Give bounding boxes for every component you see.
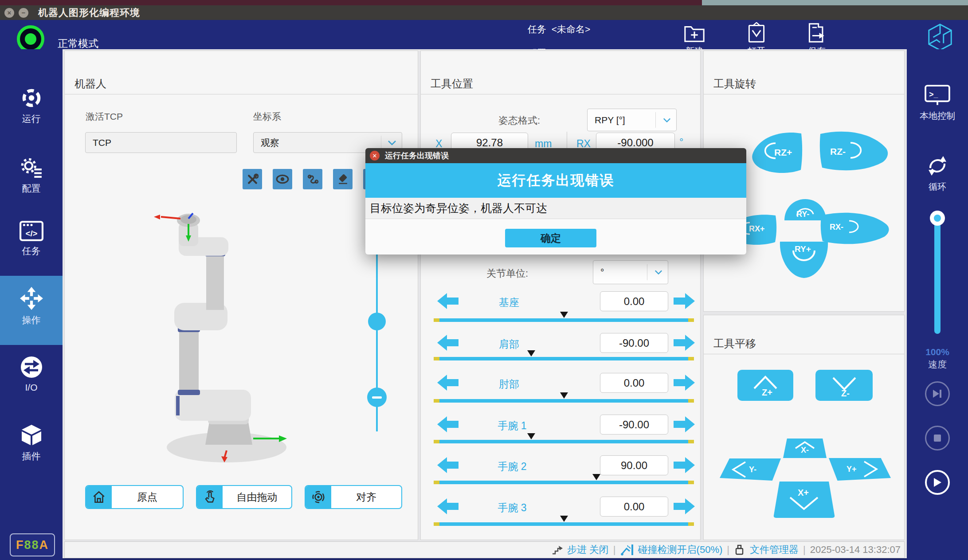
view-zoom-out-button[interactable] bbox=[367, 388, 387, 407]
sidebar-item-operate[interactable]: 操作 bbox=[0, 286, 63, 326]
active-tcp-input[interactable]: TCP bbox=[85, 132, 237, 153]
dialog-heading: 运行任务出现错误 bbox=[365, 163, 746, 198]
joint-left-arrow-button[interactable] bbox=[437, 497, 459, 515]
y-plus-button[interactable]: Y+ bbox=[829, 458, 891, 481]
joint-right-arrow-button[interactable] bbox=[674, 415, 695, 433]
joint-value-input[interactable]: -90.00 bbox=[600, 415, 668, 435]
io-sync-icon bbox=[20, 356, 43, 379]
sidebar-item-plugin[interactable]: 插件 bbox=[0, 423, 63, 462]
joint-slider[interactable] bbox=[434, 399, 694, 403]
joint-name: 手腕 2 bbox=[498, 460, 526, 474]
joint-right-arrow-button[interactable] bbox=[674, 374, 695, 392]
eye-icon bbox=[276, 174, 289, 184]
joint-right-arrow-button[interactable] bbox=[674, 334, 695, 352]
joint-value-input[interactable]: 0.00 bbox=[600, 373, 668, 393]
stop-icon bbox=[933, 434, 942, 443]
joint-slider[interactable] bbox=[434, 357, 694, 360]
z-minus-button[interactable]: Z- bbox=[815, 370, 873, 401]
dropdown-separator bbox=[655, 112, 656, 127]
slider-marker-icon bbox=[560, 312, 568, 318]
joint-right-arrow-button[interactable] bbox=[674, 497, 695, 515]
file-manager-link[interactable]: 文件管理器 bbox=[750, 543, 799, 556]
sidebar-item-task[interactable]: </> 任务 bbox=[0, 221, 63, 257]
loop-item[interactable]: 循环 bbox=[907, 154, 968, 193]
joint-value-input[interactable]: -90.00 bbox=[600, 333, 668, 353]
joint-right-arrow-button[interactable] bbox=[674, 292, 695, 310]
joint-left-arrow-button[interactable] bbox=[437, 456, 459, 474]
joint-left-arrow-button[interactable] bbox=[437, 374, 459, 392]
view-tools-button[interactable] bbox=[243, 169, 262, 189]
align-button[interactable]: 对齐 bbox=[305, 485, 402, 509]
joint-right-arrow-button[interactable] bbox=[674, 456, 695, 474]
slider-cap bbox=[434, 318, 439, 322]
speed-value: 100% bbox=[907, 347, 968, 357]
status-separator: | bbox=[803, 544, 806, 556]
minus-icon bbox=[372, 396, 382, 399]
code-window-icon: </> bbox=[20, 221, 43, 241]
view-zoom-slider-handle[interactable] bbox=[368, 313, 386, 330]
window-close-button[interactable]: × bbox=[4, 8, 14, 18]
joint-value-input[interactable]: 90.00 bbox=[600, 455, 668, 475]
joint-name: 基座 bbox=[499, 296, 519, 309]
speed-slider-track[interactable] bbox=[934, 218, 941, 334]
view-visibility-button[interactable] bbox=[273, 169, 292, 189]
robot-panel-header: 机器人 bbox=[65, 51, 418, 94]
step-mode-status[interactable]: 步进 关闭 bbox=[567, 543, 609, 556]
dialog-close-button[interactable]: ✕ bbox=[370, 151, 380, 161]
desktop-strip-right bbox=[702, 0, 968, 5]
sidebar-item-config[interactable]: 配置 bbox=[0, 157, 63, 195]
sidebar-item-io[interactable]: I/O bbox=[0, 356, 63, 393]
joint-slider[interactable] bbox=[434, 440, 694, 443]
dialog-ok-button[interactable]: 确定 bbox=[505, 229, 596, 247]
rz-minus-button[interactable]: RZ- bbox=[819, 130, 890, 172]
joint-slider[interactable] bbox=[434, 481, 694, 484]
joint-left-arrow-button[interactable] bbox=[437, 415, 459, 433]
file-manager-icon bbox=[734, 544, 745, 556]
collision-detect-status[interactable]: 碰撞检测开启(50%) bbox=[638, 543, 723, 556]
x-plus-button[interactable]: X+ bbox=[773, 482, 835, 518]
z-plus-button[interactable]: Z+ bbox=[737, 370, 793, 401]
rx-value: -90.000 bbox=[617, 137, 653, 149]
ry-plus-button[interactable]: RY+ bbox=[778, 240, 830, 279]
joint-value: -90.00 bbox=[619, 419, 649, 431]
free-drag-button[interactable]: 自由拖动 bbox=[196, 485, 292, 509]
sidebar-item-run[interactable]: 运行 bbox=[0, 87, 63, 125]
slider-cap bbox=[434, 481, 439, 484]
joint-slider[interactable] bbox=[434, 318, 694, 322]
save-icon bbox=[806, 22, 827, 43]
joint-left-arrow-button[interactable] bbox=[437, 334, 459, 352]
pose-format-dropdown[interactable]: RPY [°] bbox=[587, 109, 677, 131]
home-button[interactable]: 原点 bbox=[85, 485, 184, 509]
view-path-button[interactable] bbox=[303, 169, 322, 189]
joint-value: 0.00 bbox=[624, 295, 645, 308]
joint-name: 肘部 bbox=[499, 377, 519, 391]
joint-value-input[interactable]: 0.00 bbox=[600, 291, 668, 311]
frame-value: 观察 bbox=[261, 137, 279, 149]
robot-3d-view[interactable] bbox=[94, 196, 306, 470]
task-label: 任务 bbox=[528, 24, 546, 34]
rx-minus-button[interactable]: RX- bbox=[820, 211, 891, 245]
home-label: 原点 bbox=[112, 486, 183, 508]
align-label: 对齐 bbox=[331, 486, 401, 508]
status-timestamp: 2025-03-14 13:32:07 bbox=[810, 544, 901, 556]
tool-translation-header: 工具平移 bbox=[704, 315, 904, 354]
local-control-item[interactable]: >_ 本地控制 bbox=[907, 84, 968, 122]
view-erase-button[interactable] bbox=[333, 169, 353, 189]
joint-left-arrow-button[interactable] bbox=[437, 292, 459, 310]
y-minus-label: Y- bbox=[749, 465, 756, 474]
slider-cap bbox=[434, 522, 439, 526]
window-minimize-button[interactable]: − bbox=[19, 8, 28, 18]
play-button[interactable] bbox=[925, 470, 950, 495]
joint-slider[interactable] bbox=[434, 522, 694, 526]
joint-unit-dropdown[interactable]: ° bbox=[593, 260, 668, 284]
joint-value-input[interactable]: 0.00 bbox=[600, 497, 668, 517]
z-minus-label: Z- bbox=[841, 388, 850, 399]
x-minus-button[interactable]: X- bbox=[783, 439, 827, 458]
rz-plus-button[interactable]: RZ+ bbox=[751, 131, 803, 174]
speed-slider-handle[interactable] bbox=[930, 211, 945, 226]
mode-label: 正常模式 bbox=[58, 37, 98, 51]
x-value: 92.78 bbox=[476, 137, 503, 149]
stop-button[interactable] bbox=[925, 426, 950, 450]
y-minus-button[interactable]: Y- bbox=[720, 458, 781, 481]
step-forward-button[interactable] bbox=[925, 381, 950, 406]
